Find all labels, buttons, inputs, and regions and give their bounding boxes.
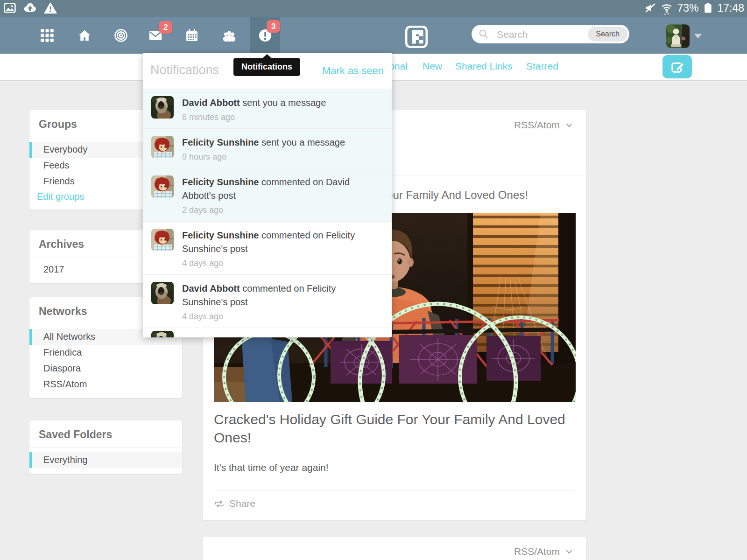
wifi-icon	[660, 1, 673, 15]
post2-network-label: RSS/Atom	[514, 546, 560, 557]
avatar	[151, 136, 174, 158]
home-icon	[78, 28, 92, 42]
post-divider	[214, 490, 575, 490]
saved-folders-panel: Saved Folders Everything	[29, 420, 182, 474]
folder-everything[interactable]: Everything	[29, 452, 182, 468]
top-navbar: 2 3 Search	[0, 17, 747, 54]
retweet-icon	[214, 498, 225, 509]
notification-actor: Felicity Sunshine	[182, 137, 259, 147]
notification-time: 9 hours ago	[182, 152, 373, 162]
avatar	[151, 96, 174, 119]
status-bar: 73% 17:48	[0, 0, 747, 17]
apps-grid-icon	[40, 28, 54, 42]
attachment-title: Cracked's Holiday Gift Guide For Your Fa…	[214, 410, 575, 447]
notification-item[interactable]: Felicity Sunshine commented on Felicity …	[143, 221, 392, 274]
contacts-button[interactable]	[214, 17, 244, 54]
caret-down-icon	[694, 34, 702, 38]
notification-item[interactable]: David Abbott commented on Felicity Sunsh…	[143, 274, 392, 328]
share-label: Share	[229, 498, 255, 509]
messages-badge: 2	[159, 21, 172, 34]
post-network-label: RSS/Atom	[514, 119, 560, 131]
tab-starred[interactable]: Starred	[526, 61, 558, 72]
friendica-logo[interactable]	[405, 26, 428, 48]
share-button[interactable]: Share	[214, 498, 575, 520]
avatar	[151, 331, 174, 337]
notifications-badge: 3	[267, 20, 280, 33]
notifications-panel: Notifications Mark as seen David Abbott …	[143, 53, 392, 337]
network-rss-atom[interactable]: RSS/Atom	[29, 377, 182, 392]
notification-item[interactable]: Felicity Sunshine sent you a message 9 h…	[143, 128, 392, 168]
mark-as-seen-link[interactable]: Mark as seen	[322, 65, 384, 77]
tab-shared-links[interactable]: Shared Links	[455, 61, 513, 72]
target-icon	[114, 28, 128, 42]
search-input[interactable]	[496, 27, 591, 42]
apps-grid-button[interactable]	[32, 17, 62, 54]
notifications-panel-title: Notifications	[150, 63, 219, 77]
notification-actor: Felicity Sunshine	[182, 230, 259, 240]
notification-time: 4 days ago	[182, 311, 373, 322]
notification-actor: David Abbott	[182, 283, 240, 294]
post-body: It's that time of year again!	[214, 462, 575, 473]
post-network-select[interactable]: RSS/Atom	[514, 119, 574, 131]
network-friendica[interactable]: Friendica	[29, 345, 182, 361]
avatar	[151, 229, 174, 251]
notification-time: 2 days ago	[182, 205, 373, 215]
calendar-icon	[185, 28, 199, 42]
cloud-upload-icon	[22, 2, 37, 14]
compose-icon	[670, 60, 684, 74]
notification-time: 6 minutes ago	[182, 112, 373, 122]
post-card-2: RSS/Atom	[203, 537, 586, 560]
battery-percent: 73%	[677, 2, 698, 14]
chevron-down-icon	[564, 120, 574, 130]
saved-folders-title: Saved Folders	[29, 420, 182, 448]
avatar	[666, 24, 690, 48]
search-button[interactable]: Search	[588, 27, 627, 42]
compose-button[interactable]	[662, 55, 692, 78]
warning-icon	[44, 2, 57, 14]
user-menu-button[interactable]	[666, 24, 701, 49]
notification-time: 4 days ago	[182, 258, 373, 268]
notification-item[interactable]: David Abbott sent you a message 6 minute…	[143, 89, 392, 128]
notification-action: sent you a message	[242, 98, 326, 108]
circles-button[interactable]	[106, 17, 136, 54]
gallery-icon	[4, 2, 16, 14]
people-icon	[222, 28, 237, 42]
search-icon	[478, 28, 489, 40]
post2-network-select[interactable]: RSS/Atom	[514, 546, 574, 557]
avatar	[151, 175, 174, 198]
calendar-button[interactable]	[177, 17, 207, 54]
network-diaspora[interactable]: Diaspora	[29, 361, 182, 377]
battery-icon	[702, 1, 713, 14]
notifications-tooltip: Notifications	[233, 58, 300, 76]
clock: 17:48	[717, 2, 744, 14]
notification-item[interactable]	[143, 328, 392, 334]
search-box: Search	[472, 25, 629, 43]
notification-actor: David Abbott	[182, 98, 240, 108]
notification-item[interactable]: Felicity Sunshine commented on David Abb…	[143, 168, 392, 221]
notification-action: sent you a message	[261, 137, 345, 147]
mute-icon	[644, 2, 656, 14]
notification-actor: Felicity Sunshine	[182, 177, 259, 187]
avatar	[151, 282, 174, 304]
home-button[interactable]	[70, 17, 99, 54]
chevron-down-icon	[564, 547, 574, 556]
tab-new[interactable]: New	[423, 61, 442, 72]
